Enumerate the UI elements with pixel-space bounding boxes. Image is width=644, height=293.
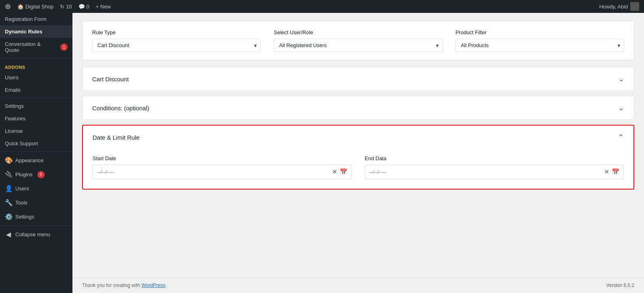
end-date-calendar-icon[interactable]: 📅 [612,168,619,175]
sidebar-item-registration-form[interactable]: Registration Form [0,13,72,25]
sidebar-item-conversation-quote[interactable]: Conversation & Quote 1 [0,38,72,56]
rule-type-group: Rule Type Cart Discount [92,29,261,52]
admin-bar: ⊛ 🏠 Digital Shop ↻ 10 💬 0 + New Howdy, A… [0,0,644,13]
product-filter-group: Product Filter All Products [456,29,624,52]
sidebar: Registration Form Dynamic Rules Conversa… [0,13,72,293]
comments-item[interactable]: 💬 0 [78,4,89,10]
end-date-icons: ✕ 📅 [604,168,619,175]
sidebar-item-license[interactable]: License [0,125,72,137]
conditions-panel: Conditions: (optional) ⌄ [82,96,634,120]
main-content: Rule Type Cart Discount Select User/Role… [72,13,644,277]
user-avatar [630,2,639,11]
sidebar-item-plugins[interactable]: 🔌 Plugins 6 [0,167,72,182]
conditions-chevron-icon: ⌄ [618,103,624,112]
start-date-clear-icon[interactable]: ✕ [332,168,337,175]
sidebar-item-settings[interactable]: Settings [0,100,72,112]
wp-logo-icon[interactable]: ⊛ [5,2,11,11]
sidebar-item-users[interactable]: Users [0,71,72,84]
addons-section-header: Addons [0,60,72,71]
user-role-label: Select User/Role [274,29,442,35]
collapse-icon: ◀ [5,231,12,238]
end-date-wrapper: ✕ 📅 [365,165,624,179]
end-date-input[interactable] [369,169,604,175]
start-date-icons: ✕ 📅 [332,168,347,175]
date-row: Start Date ✕ 📅 End Data [93,155,624,179]
wordpress-link[interactable]: WordPress [141,283,165,288]
product-filter-select[interactable]: All Products [456,39,624,52]
sidebar-item-users-wp[interactable]: 👤 Users [0,182,72,196]
sidebar-item-tools[interactable]: 🔧 Tools [0,196,72,210]
sidebar-item-appearance[interactable]: 🎨 Appearance [0,153,72,167]
howdy-user: Howdy, Abid [599,2,639,11]
filter-row: Rule Type Cart Discount Select User/Role… [82,21,634,60]
date-limit-header[interactable]: Date & Limit Rule ⌃ [83,126,634,149]
rule-type-select-wrapper: Cart Discount [92,39,261,52]
sidebar-item-features[interactable]: Features [0,112,72,125]
updates-item[interactable]: ↻ 10 [60,4,72,10]
main-footer: Thank you for creating with WordPress. V… [72,277,644,293]
cart-discount-title: Cart Discount [92,76,129,83]
users-icon: 👤 [5,185,12,192]
product-filter-select-wrapper: All Products [456,39,624,52]
start-date-calendar-icon[interactable]: 📅 [340,168,347,175]
end-date-group: End Data ✕ 📅 [365,155,624,179]
sidebar-item-dynamic-rules[interactable]: Dynamic Rules [0,25,72,38]
product-filter-label: Product Filter [456,29,624,35]
start-date-wrapper: ✕ 📅 [93,165,352,179]
date-limit-body: Start Date ✕ 📅 End Data [83,149,634,189]
footer-text: Thank you for creating with WordPress. [82,283,167,288]
sidebar-item-settings-wp[interactable]: ⚙️ Settings [0,210,72,224]
user-role-select[interactable]: All Registered Users [274,39,442,52]
date-limit-chevron-icon: ⌃ [618,133,624,142]
start-date-label: Start Date [93,155,352,161]
conditions-title: Conditions: (optional) [92,105,149,111]
settings-icon: ⚙️ [5,213,12,221]
cart-discount-chevron-icon: ⌄ [618,74,624,83]
user-role-group: Select User/Role All Registered Users [274,29,442,52]
start-date-input[interactable] [97,169,332,175]
appearance-icon: 🎨 [5,157,12,164]
conversation-badge: 1 [60,43,68,51]
plugins-badge: 6 [37,171,45,178]
date-limit-panel: Date & Limit Rule ⌃ Start Date ✕ 📅 [82,125,634,190]
sidebar-item-emails[interactable]: Emails [0,84,72,96]
cart-discount-header[interactable]: Cart Discount ⌄ [83,67,634,91]
site-name[interactable]: 🏠 Digital Shop [17,4,54,10]
rule-type-select[interactable]: Cart Discount [92,39,261,52]
cart-discount-panel: Cart Discount ⌄ [82,67,634,91]
user-role-select-wrapper: All Registered Users [274,39,442,52]
plugins-icon: 🔌 [5,171,12,178]
tools-icon: 🔧 [5,199,12,206]
sidebar-item-quick-support[interactable]: Quick Support [0,137,72,150]
sidebar-item-collapse[interactable]: ◀ Collapse menu [0,227,72,241]
new-item[interactable]: + New [96,4,111,10]
conditions-header[interactable]: Conditions: (optional) ⌄ [83,96,634,120]
date-limit-title: Date & Limit Rule [93,134,140,141]
rule-type-label: Rule Type [92,29,261,35]
version-text: Version 6.5.2 [606,283,634,288]
end-date-clear-icon[interactable]: ✕ [604,168,609,175]
end-date-label: End Data [365,155,624,161]
start-date-group: Start Date ✕ 📅 [93,155,352,179]
